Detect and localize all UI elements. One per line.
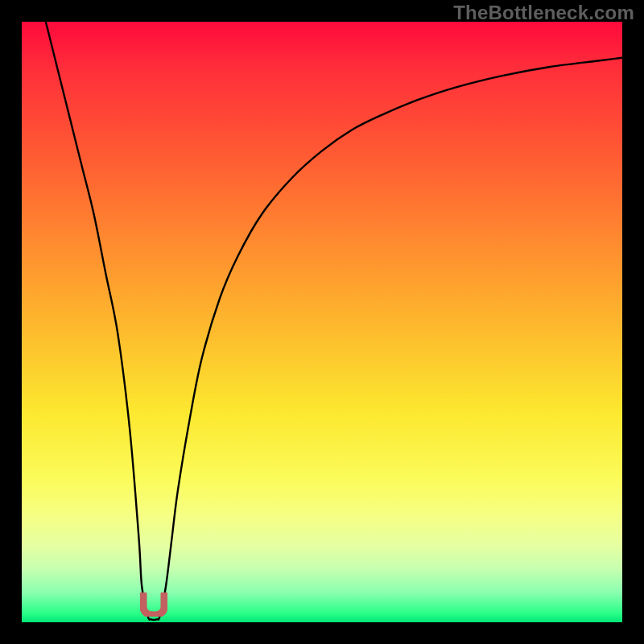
plot-area: [22, 22, 622, 622]
curve-path: [46, 22, 622, 620]
watermark-text: TheBottleneck.com: [453, 2, 634, 24]
chart-frame: TheBottleneck.com: [0, 0, 644, 644]
bottleneck-curve: [22, 22, 622, 622]
